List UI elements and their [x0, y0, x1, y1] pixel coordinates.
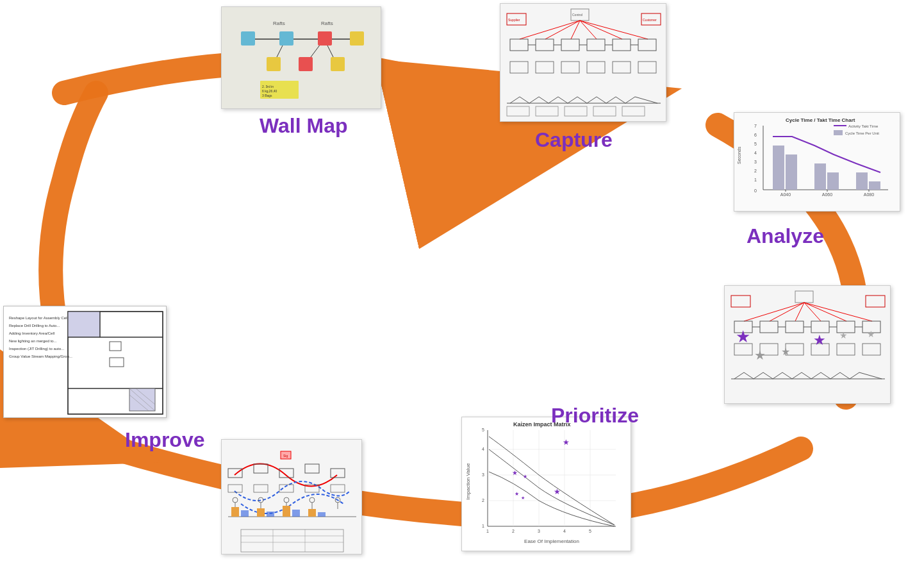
svg-rect-11 [279, 31, 293, 46]
svg-text:3: 3 [482, 472, 484, 477]
svg-text:A080: A080 [864, 192, 874, 197]
prioritize-thumbnail: ★ ★ ★ ★ ★ ★ [724, 285, 891, 404]
svg-text:★: ★ [736, 327, 750, 346]
svg-text:3 Bags: 3 Bags [262, 94, 272, 97]
svg-text:★: ★ [512, 469, 518, 476]
svg-text:4: 4 [754, 151, 757, 155]
wallmap-label: Wall Map [260, 114, 347, 138]
svg-rect-13 [350, 31, 364, 46]
svg-rect-76 [786, 154, 797, 190]
svg-rect-75 [773, 146, 784, 190]
svg-text:Ease Of Implementation: Ease Of Implementation [524, 538, 579, 544]
svg-text:Inspection (JIT Drilling) to a: Inspection (JIT Drilling) to auto... [9, 347, 65, 351]
svg-text:2. 3rd in: 2. 3rd in [262, 85, 274, 88]
svg-text:2: 2 [512, 529, 515, 533]
svg-text:★: ★ [839, 330, 848, 340]
svg-rect-182 [318, 512, 326, 517]
svg-text:Supplier: Supplier [508, 18, 520, 22]
svg-rect-181 [308, 509, 316, 517]
svg-text:★: ★ [867, 329, 875, 339]
svg-rect-196 [68, 312, 100, 337]
svg-text:★: ★ [813, 332, 826, 348]
svg-text:0: 0 [754, 188, 757, 193]
svg-text:Impaction Value: Impaction Value [465, 463, 471, 499]
svg-text:Reshape Layout for Assembly Ce: Reshape Layout for Assembly Cell [9, 316, 68, 320]
svg-rect-151 [222, 440, 362, 554]
svg-rect-14 [267, 57, 281, 71]
svg-text:6 kg,26,40: 6 kg,26,40 [262, 89, 277, 93]
svg-rect-175 [231, 507, 239, 517]
svg-rect-177 [257, 508, 265, 517]
svg-text:5: 5 [754, 142, 757, 146]
svg-text:Control: Control [572, 13, 582, 17]
svg-text:Cycle Time Per Unit: Cycle Time Per Unit [845, 131, 879, 135]
svg-rect-78 [827, 172, 839, 190]
svg-text:5: 5 [589, 529, 591, 533]
svg-text:A060: A060 [822, 192, 832, 197]
svg-rect-180 [292, 510, 300, 517]
svg-rect-16 [331, 57, 345, 71]
svg-text:★: ★ [523, 474, 527, 479]
svg-text:2: 2 [482, 498, 484, 503]
svg-text:Rafts: Rafts [273, 21, 285, 26]
svg-text:Sig: Sig [283, 454, 288, 458]
svg-rect-10 [241, 31, 255, 46]
svg-text:★: ★ [554, 487, 561, 496]
svg-rect-79 [856, 172, 868, 190]
svg-text:1: 1 [486, 529, 489, 533]
capture-thumbnail: Supplier Control Customer [500, 3, 666, 122]
analyze-thumbnail: Cycle Time / Takt Time Chart 0 1 2 3 4 5… [734, 112, 900, 212]
svg-rect-83 [834, 130, 843, 135]
layout-thumbnail: Reshape Layout for Assembly Cell Replace… [3, 306, 167, 418]
capture-label: Capture [535, 128, 613, 152]
svg-text:4: 4 [482, 447, 484, 451]
svg-text:2: 2 [754, 169, 757, 173]
svg-rect-179 [283, 506, 290, 517]
svg-text:7: 7 [754, 124, 757, 128]
prioritize-label: Prioritize [551, 404, 639, 428]
svg-rect-77 [814, 163, 826, 190]
svg-text:6: 6 [754, 133, 757, 137]
svg-text:3: 3 [754, 160, 757, 164]
matrix-thumbnail: Kaizen Impact Matrix 1 2 3 4 5 1 2 3 4 5… [461, 417, 631, 551]
svg-text:Activity Takt Time: Activity Takt Time [848, 124, 879, 128]
svg-text:Cycle Time / Takt Time Chart: Cycle Time / Takt Time Chart [786, 117, 855, 123]
svg-text:★: ★ [754, 348, 766, 362]
improve-thumbnail: Sig [221, 439, 362, 554]
svg-text:Replace Drill Drilling to Auto: Replace Drill Drilling to Auto... [9, 324, 60, 328]
svg-text:3: 3 [538, 529, 540, 533]
svg-text:★: ★ [781, 346, 790, 357]
svg-text:★: ★ [563, 438, 570, 447]
analyze-label: Analyze [747, 224, 824, 248]
svg-text:1: 1 [482, 524, 484, 528]
improve-label: Improve [125, 428, 204, 452]
svg-text:A040: A040 [780, 192, 791, 197]
svg-text:4: 4 [563, 529, 566, 533]
svg-text:Seconds: Seconds [737, 146, 741, 164]
svg-text:Customer: Customer [643, 18, 657, 22]
wallmap-thumbnail: 2. 3rd in 6 kg,26,40 3 Bags Rafts Rafts [221, 6, 381, 109]
svg-text:5: 5 [482, 428, 484, 432]
svg-text:1: 1 [754, 178, 757, 182]
svg-rect-176 [241, 510, 249, 517]
svg-rect-15 [299, 57, 313, 71]
svg-text:Adding Inventory Area/Cell: Adding Inventory Area/Cell [9, 331, 54, 335]
svg-rect-80 [869, 181, 880, 190]
svg-rect-178 [267, 512, 274, 517]
svg-text:★: ★ [521, 496, 525, 500]
svg-text:Rafts: Rafts [321, 21, 333, 26]
svg-text:★: ★ [515, 491, 519, 497]
svg-rect-12 [318, 31, 332, 46]
svg-text:Group Value Stream Mapping/Gro: Group Value Stream Mapping/Grou... [9, 354, 72, 358]
svg-text:New lighting an merged to...: New lighting an merged to... [9, 339, 57, 343]
